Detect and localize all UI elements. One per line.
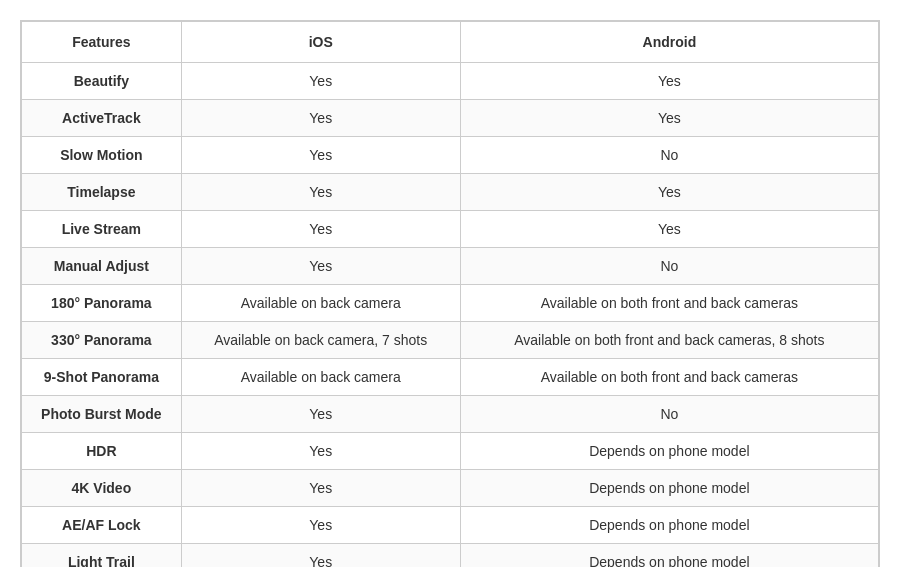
cell-ios: Available on back camera bbox=[181, 359, 460, 396]
cell-android: Yes bbox=[460, 211, 878, 248]
cell-ios: Yes bbox=[181, 211, 460, 248]
comparison-table-wrapper: Features iOS Android BeautifyYesYesActiv… bbox=[20, 20, 880, 567]
cell-android: No bbox=[460, 248, 878, 285]
cell-ios: Yes bbox=[181, 63, 460, 100]
comparison-table: Features iOS Android BeautifyYesYesActiv… bbox=[21, 21, 879, 567]
cell-feature: Timelapse bbox=[22, 174, 182, 211]
cell-android: No bbox=[460, 396, 878, 433]
cell-android: Yes bbox=[460, 63, 878, 100]
table-row: 4K VideoYesDepends on phone model bbox=[22, 470, 879, 507]
table-row: Slow MotionYesNo bbox=[22, 137, 879, 174]
cell-android: Depends on phone model bbox=[460, 433, 878, 470]
cell-android: Yes bbox=[460, 174, 878, 211]
table-row: Live StreamYesYes bbox=[22, 211, 879, 248]
cell-feature: HDR bbox=[22, 433, 182, 470]
cell-ios: Yes bbox=[181, 174, 460, 211]
cell-android: Available on both front and back cameras bbox=[460, 285, 878, 322]
cell-feature: Photo Burst Mode bbox=[22, 396, 182, 433]
cell-ios: Yes bbox=[181, 544, 460, 568]
header-android: Android bbox=[460, 22, 878, 63]
cell-ios: Yes bbox=[181, 470, 460, 507]
table-row: Manual AdjustYesNo bbox=[22, 248, 879, 285]
cell-android: No bbox=[460, 137, 878, 174]
table-row: HDRYesDepends on phone model bbox=[22, 433, 879, 470]
cell-android: Depends on phone model bbox=[460, 544, 878, 568]
table-row: Light TrailYesDepends on phone model bbox=[22, 544, 879, 568]
cell-android: Yes bbox=[460, 100, 878, 137]
table-row: ActiveTrackYesYes bbox=[22, 100, 879, 137]
cell-feature: Light Trail bbox=[22, 544, 182, 568]
cell-feature: 4K Video bbox=[22, 470, 182, 507]
table-row: BeautifyYesYes bbox=[22, 63, 879, 100]
cell-android: Available on both front and back cameras… bbox=[460, 322, 878, 359]
table-row: 9-Shot PanoramaAvailable on back cameraA… bbox=[22, 359, 879, 396]
table-row: AE/AF LockYesDepends on phone model bbox=[22, 507, 879, 544]
cell-feature: Slow Motion bbox=[22, 137, 182, 174]
table-row: Photo Burst ModeYesNo bbox=[22, 396, 879, 433]
cell-ios: Yes bbox=[181, 507, 460, 544]
cell-feature: Manual Adjust bbox=[22, 248, 182, 285]
cell-feature: Live Stream bbox=[22, 211, 182, 248]
cell-ios: Yes bbox=[181, 396, 460, 433]
cell-ios: Yes bbox=[181, 433, 460, 470]
cell-feature: 9-Shot Panorama bbox=[22, 359, 182, 396]
cell-feature: AE/AF Lock bbox=[22, 507, 182, 544]
header-features: Features bbox=[22, 22, 182, 63]
header-ios: iOS bbox=[181, 22, 460, 63]
cell-ios: Yes bbox=[181, 137, 460, 174]
cell-android: Depends on phone model bbox=[460, 470, 878, 507]
cell-feature: Beautify bbox=[22, 63, 182, 100]
table-row: TimelapseYesYes bbox=[22, 174, 879, 211]
cell-ios: Yes bbox=[181, 248, 460, 285]
cell-ios: Available on back camera bbox=[181, 285, 460, 322]
cell-android: Depends on phone model bbox=[460, 507, 878, 544]
cell-ios: Yes bbox=[181, 100, 460, 137]
table-row: 330° PanoramaAvailable on back camera, 7… bbox=[22, 322, 879, 359]
table-row: 180° PanoramaAvailable on back cameraAva… bbox=[22, 285, 879, 322]
table-header-row: Features iOS Android bbox=[22, 22, 879, 63]
cell-android: Available on both front and back cameras bbox=[460, 359, 878, 396]
cell-feature: 180° Panorama bbox=[22, 285, 182, 322]
cell-ios: Available on back camera, 7 shots bbox=[181, 322, 460, 359]
cell-feature: 330° Panorama bbox=[22, 322, 182, 359]
cell-feature: ActiveTrack bbox=[22, 100, 182, 137]
